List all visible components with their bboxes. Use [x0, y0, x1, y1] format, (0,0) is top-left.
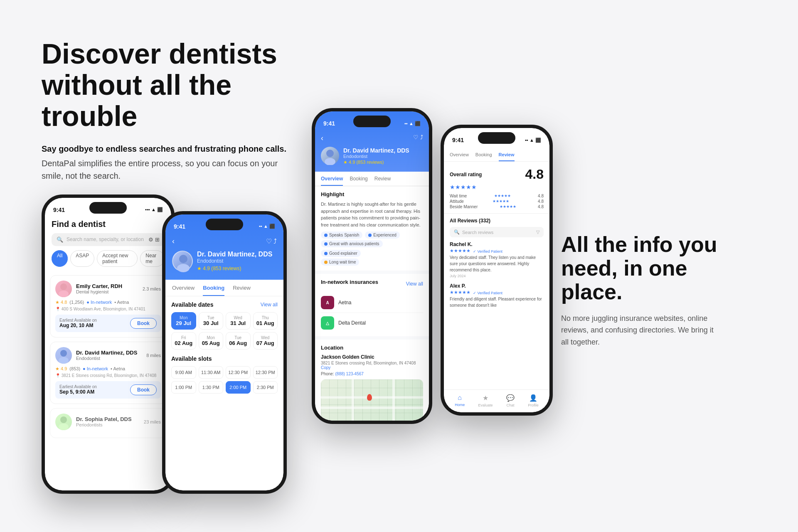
overall-row: Overall rating 4.8 [450, 167, 544, 182]
slot-1130[interactable]: 11:30 AM [199, 366, 224, 379]
slot-230[interactable]: 2:30 PM [253, 381, 278, 394]
date-tue-06[interactable]: Tue 06 Aug [226, 332, 251, 350]
back-btn[interactable]: ‹ [172, 237, 175, 246]
nav-chat[interactable]: 💬 Chat [506, 394, 515, 407]
tags-row-1: Speaks Spanish Experienced [321, 232, 423, 239]
dentist-1-info: Emily Carter, RDH Dental hygienist [76, 283, 138, 294]
slot-1230a[interactable]: 12:30 PM [226, 366, 251, 379]
status-icons-4: ▪▪ ▲ ⬛ [525, 138, 541, 143]
stars-2: ★ 4.9 [55, 366, 67, 372]
review-search[interactable]: 🔍 Search reviews ▽ [450, 227, 544, 237]
slot-130[interactable]: 1:30 PM [199, 381, 224, 394]
right-desc: No more juggling insurance websites, onl… [561, 313, 719, 348]
copy-link[interactable]: Copy [321, 365, 330, 370]
tab-booking-r[interactable]: Booking [475, 152, 492, 161]
all-reviews-title: All Reviews (332) [450, 218, 544, 224]
status-icons-3: ▪▪ ▲ ⬛ [404, 121, 421, 126]
dates-title: Available dates [171, 301, 213, 308]
phone-number[interactable]: (888) 123-4567 [335, 372, 363, 376]
phone2-stars: ★ 4.9 (853 reviews) [197, 266, 272, 271]
dentist-3-distance: 23 miles [144, 419, 161, 424]
reviews-tabs: Overview Booking Review [444, 148, 549, 162]
svg-point-8 [326, 150, 334, 157]
booking-strip-1: Earliest Available on Aug 20, 10 AM Book [55, 315, 161, 332]
tab-overview-p3[interactable]: Overview [321, 176, 343, 186]
doc-profile-avatar [321, 147, 339, 165]
tab-review-p3[interactable]: Review [374, 176, 391, 186]
date-fri-02[interactable]: Fri 02 Aug [171, 332, 196, 350]
svg-point-0 [60, 283, 67, 290]
rachel-date: July 2024 [450, 274, 544, 278]
book-btn-1[interactable]: Book [130, 318, 157, 329]
right-text-section: All the info you need, in one place. No … [561, 108, 719, 348]
delta-logo: △ [321, 316, 334, 330]
slot-200[interactable]: 2:00 PM [226, 381, 251, 394]
date-thu-01[interactable]: Thu 01 Aug [253, 312, 278, 330]
rachel-name: Rachel K. [450, 241, 473, 247]
overall-stars: ★★★★★ [450, 184, 544, 190]
road-v1 [352, 379, 354, 421]
tab-review-r[interactable]: Review [499, 152, 515, 161]
status-icons-2: ▪▪ ▲ ⬛ [259, 224, 275, 229]
tab-overview-p2[interactable]: Overview [172, 285, 195, 296]
dentist-2-info: Dr. David Martinez, DDS Endodontist [76, 350, 142, 361]
clinic-phone: Phone: (888) 123-4567 [321, 372, 423, 376]
search-bar[interactable]: 🔍 Search name, specialty, or location ⚙ … [52, 233, 165, 246]
search-placeholder: Search name, specialty, or location [66, 236, 145, 242]
tab-booking-p2[interactable]: Booking [203, 285, 224, 296]
highlight-label: Highlight [321, 191, 423, 197]
chip-asap[interactable]: ASAP [70, 250, 94, 267]
book-btn-2[interactable]: Book [130, 384, 157, 395]
dentist-3-specialty: Periodontists [76, 422, 140, 427]
date-mon-05[interactable]: Mon 05 Aug [199, 332, 224, 350]
map-grid [321, 379, 423, 421]
alex-stars: ★★★★★ [450, 290, 470, 295]
rachel-stars: ★★★★★ [450, 248, 470, 254]
rachel-review-text: Very dedicated staff. They listen you an… [450, 254, 544, 273]
booking-strip-2: Earliest Available on Sep 5, 9:00 AM Boo… [55, 381, 161, 399]
slot-100[interactable]: 1:00 PM [171, 381, 196, 394]
phone2-doctor-info: Dr. David Martinez, DDS Endodontist ★ 4.… [172, 251, 277, 271]
svg-point-1 [59, 291, 69, 297]
nav-evaluate[interactable]: ★ Evaluate [478, 394, 493, 407]
date-tue-30[interactable]: Tue 30 Jul [199, 312, 224, 330]
phone-reviews: 9:41 ▪▪ ▲ ⬛ Overview Booking Review Over… [441, 125, 553, 416]
chip-accept[interactable]: Accept new patient [97, 250, 138, 267]
tag-experienced: Experienced [365, 232, 400, 239]
dates-header: Available dates View all [171, 301, 278, 308]
filter-icon-reviews[interactable]: ▽ [536, 229, 539, 235]
back-btn-3[interactable]: ‹ [321, 134, 323, 143]
chip-all[interactable]: All [52, 250, 68, 267]
doc-profile-name: Dr. David Martinez, DDS [343, 147, 409, 154]
profile-icon: 👤 [529, 394, 537, 402]
slot-1230b[interactable]: 12:30 PM [253, 366, 278, 379]
overall-rating: Overall rating 4.8 ★★★★★ Wait time ★★★★★… [444, 162, 549, 214]
phone-overview: 9:41 ▪▪ ▲ ⬛ ‹ ♡ ⤴ Dr. David Martinez, DD… [312, 108, 432, 424]
evaluate-icon: ★ [483, 394, 488, 402]
location-section: Location Jackson Golden Clinic 3821 E St… [315, 340, 429, 421]
available-date-2: Sep 5, 9:00 AM [59, 389, 97, 395]
date-wed-31[interactable]: Wed 31 Jul [226, 312, 251, 330]
svg-point-5 [59, 424, 69, 430]
phone-booking: 9:41 ▪▪ ▲ ⬛ ‹ ♡ ⤴ Dr. [162, 211, 287, 494]
road-h1 [321, 396, 423, 399]
tab-overview-r[interactable]: Overview [450, 152, 469, 161]
insurance-view-all[interactable]: View all [406, 281, 423, 287]
phone2-doc-spec: Endodontist [197, 258, 272, 264]
svg-point-7 [177, 264, 190, 272]
slot-900[interactable]: 9:00 AM [171, 366, 196, 379]
svg-point-2 [60, 350, 67, 357]
date-wed-07[interactable]: Wed 07 Aug [253, 332, 278, 350]
tags-row-3: Long wait time [321, 259, 423, 266]
booking-content: Available dates View all Mon 29 Jul Tue … [165, 296, 283, 399]
nav-home[interactable]: ⌂ Home [455, 394, 465, 407]
card-1-header: Emily Carter, RDH Dental hygienist 2.3 m… [55, 281, 161, 297]
sub-ratings: Wait time ★★★★★ 4.8 Attitude ★★★★★ 4.8 B… [450, 194, 544, 209]
chip-near[interactable]: Near me [140, 250, 165, 267]
tab-review-p2[interactable]: Review [233, 285, 251, 296]
date-mon-29[interactable]: Mon 29 Jul [171, 312, 196, 330]
dates-view-all[interactable]: View all [261, 302, 278, 308]
tab-booking-p3[interactable]: Booking [350, 176, 367, 186]
aetna-logo: A [321, 296, 334, 309]
nav-profile[interactable]: 👤 Profile [528, 394, 539, 407]
